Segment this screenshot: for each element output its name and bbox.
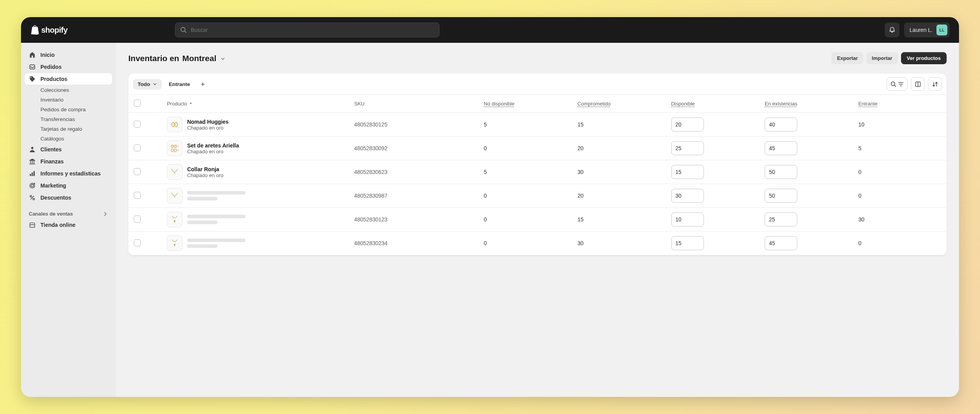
- sidebar-item-customers[interactable]: Clientes: [25, 144, 112, 155]
- available-input[interactable]: [671, 165, 704, 179]
- svg-point-19: [174, 145, 177, 147]
- available-input[interactable]: [671, 236, 704, 250]
- svg-point-25: [174, 196, 175, 197]
- search-icon: [180, 26, 187, 33]
- col-committed[interactable]: Comprometido: [572, 95, 666, 113]
- committed-value: 30: [572, 160, 666, 184]
- on-hand-input[interactable]: [765, 141, 797, 155]
- tab-incoming[interactable]: Entrante: [164, 79, 195, 89]
- row-checkbox[interactable]: [134, 192, 141, 199]
- row-checkbox[interactable]: [134, 216, 141, 223]
- col-sku[interactable]: SKU: [349, 95, 478, 113]
- on-hand-input[interactable]: [765, 189, 797, 203]
- channels-section-header[interactable]: Canales de ventas: [25, 204, 112, 219]
- committed-value: 15: [572, 113, 666, 137]
- svg-point-18: [171, 145, 173, 147]
- available-input[interactable]: [671, 118, 704, 132]
- sidebar-channel-online-store[interactable]: Tienda online: [25, 219, 112, 231]
- sidebar-sub-gift-cards[interactable]: Tarjetas de regalo: [25, 124, 112, 134]
- nav-label: Marketing: [40, 182, 66, 189]
- row-checkbox[interactable]: [134, 239, 141, 246]
- add-view-button[interactable]: [197, 79, 209, 89]
- sidebar-sub-catalogs[interactable]: Catálogos: [25, 134, 112, 144]
- sidebar-item-products[interactable]: Productos: [25, 73, 112, 85]
- topbar: shopify Lauren L. LL: [21, 17, 959, 43]
- inventory-card: Todo Entrante: [128, 74, 947, 255]
- col-available[interactable]: Disponible: [666, 95, 760, 113]
- svg-rect-6: [33, 171, 35, 176]
- table-row[interactable]: 48052830234 0 30 0: [128, 232, 947, 255]
- table-row[interactable]: 48052830123 0 15 30: [128, 208, 947, 232]
- target-icon: [29, 182, 36, 189]
- nav-label: Tienda online: [40, 222, 75, 228]
- available-input[interactable]: [671, 212, 704, 226]
- table-row[interactable]: 48052830987 0 20 0: [128, 184, 947, 208]
- col-unavailable[interactable]: No disponible: [478, 95, 572, 113]
- view-products-button[interactable]: Ver productos: [901, 52, 947, 64]
- sidebar-sub-purchase-orders[interactable]: Pedidos de compra: [25, 105, 112, 114]
- product-name: Nomad Huggies: [187, 119, 229, 125]
- product-thumbnail: [167, 117, 182, 132]
- tab-all[interactable]: Todo: [133, 79, 162, 89]
- committed-value: 20: [572, 137, 666, 160]
- incoming-value: 5: [853, 137, 947, 160]
- row-checkbox[interactable]: [134, 144, 141, 151]
- unavailable-value: 5: [478, 113, 572, 137]
- svg-point-0: [181, 27, 185, 32]
- chevron-down-icon: [220, 56, 226, 61]
- skeleton-placeholder: [187, 191, 245, 200]
- nav-label: Informes y estadísticas: [40, 170, 101, 177]
- on-hand-input[interactable]: [765, 212, 797, 226]
- product-variant: Chapado en oro: [187, 172, 223, 178]
- bank-icon: [29, 158, 36, 165]
- sidebar-item-finances[interactable]: Finanzas: [25, 156, 112, 167]
- product-thumbnail: [167, 235, 182, 251]
- svg-line-1: [185, 31, 186, 33]
- sidebar-item-analytics[interactable]: Informes y estadísticas: [25, 168, 112, 179]
- on-hand-input[interactable]: [765, 165, 797, 179]
- svg-point-16: [172, 122, 175, 127]
- available-input[interactable]: [671, 141, 704, 155]
- columns-button[interactable]: [911, 77, 925, 91]
- select-all-checkbox[interactable]: [134, 100, 141, 107]
- product-variant: Chapado en oro: [187, 149, 239, 154]
- sidebar-sub-inventory[interactable]: Inventario: [25, 95, 112, 105]
- sidebar-sub-collections[interactable]: Colecciones: [25, 85, 112, 95]
- sidebar-item-home[interactable]: Inicio: [25, 49, 112, 61]
- sidebar-item-marketing[interactable]: Marketing: [25, 180, 112, 191]
- export-button[interactable]: Exportar: [831, 52, 863, 64]
- col-product[interactable]: Producto: [161, 95, 349, 113]
- sidebar-sub-transfers[interactable]: Transferencias: [25, 114, 112, 124]
- inventory-table: Producto SKU No disponible Comprometido …: [128, 95, 947, 255]
- on-hand-input[interactable]: [765, 236, 797, 250]
- notifications-button[interactable]: [885, 23, 900, 37]
- table-row[interactable]: Collar RonjaChapado en oro 48052830623 5…: [128, 160, 947, 184]
- on-hand-input[interactable]: [765, 118, 797, 132]
- sidebar-item-orders[interactable]: Pedidos: [25, 61, 112, 73]
- table-row[interactable]: Set de aretes AriellaChapado en oro 4805…: [128, 137, 947, 160]
- col-on-hand[interactable]: En existencias: [759, 95, 853, 113]
- search-input[interactable]: [191, 27, 434, 33]
- svg-point-3: [31, 147, 33, 149]
- row-checkbox[interactable]: [134, 168, 141, 175]
- available-input[interactable]: [671, 189, 704, 203]
- col-incoming[interactable]: Entrante: [853, 95, 947, 113]
- search-bar[interactable]: [175, 23, 439, 37]
- table-row[interactable]: Nomad HuggiesChapado en oro 48052830125 …: [128, 113, 947, 137]
- inbox-icon: [29, 63, 36, 70]
- sort-button[interactable]: [928, 77, 942, 91]
- location-selector[interactable]: Montreal: [182, 54, 226, 63]
- brand-logo[interactable]: shopify: [30, 25, 68, 35]
- user-menu[interactable]: Lauren L. LL: [904, 23, 950, 37]
- sku-value: 48052830623: [349, 160, 478, 184]
- row-checkbox[interactable]: [134, 121, 141, 128]
- import-button[interactable]: Importar: [866, 52, 898, 64]
- incoming-value: 0: [853, 160, 947, 184]
- user-name: Lauren L.: [910, 27, 933, 33]
- svg-rect-5: [32, 172, 33, 176]
- svg-point-8: [31, 184, 33, 187]
- product-name: Collar Ronja: [187, 166, 223, 172]
- incoming-value: 0: [853, 232, 947, 255]
- sidebar-item-discounts[interactable]: Descuentos: [25, 192, 112, 203]
- search-filter-button[interactable]: [887, 77, 908, 91]
